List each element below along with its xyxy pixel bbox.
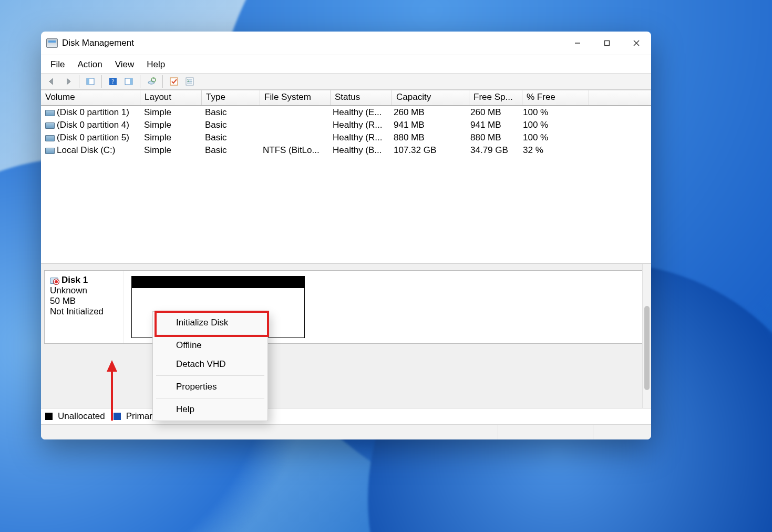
- disk-uninitialized-icon: [50, 277, 58, 284]
- svg-text:?: ?: [111, 78, 114, 85]
- svg-rect-9: [130, 78, 132, 85]
- window-title: Disk Management: [62, 38, 563, 48]
- cell-volume-text: (Disk 0 partition 4): [57, 120, 129, 130]
- cell-free: 880 MB: [466, 132, 519, 143]
- cell-volume-text: (Disk 0 partition 5): [57, 132, 129, 142]
- ctx-offline[interactable]: Offline: [153, 336, 267, 355]
- col-status[interactable]: Status: [331, 90, 392, 105]
- volume-icon: [45, 148, 55, 154]
- cell-free: 941 MB: [466, 120, 519, 130]
- disk1-state: Not Initialized: [50, 306, 118, 317]
- cell-pct: 100 %: [519, 120, 585, 130]
- cell-type: Basic: [201, 107, 259, 118]
- disk-graphical-panel: Disk 1 Unknown 50 MB Not Initialized: [41, 264, 651, 408]
- table-row[interactable]: (Disk 0 partition 5)SimpleBasicHealthy (…: [41, 131, 651, 144]
- cell-capacity: 941 MB: [389, 120, 466, 130]
- disk1-kind: Unknown: [50, 285, 118, 296]
- cell-layout: Simple: [140, 132, 201, 143]
- status-cell-1: [41, 425, 498, 439]
- svg-point-10: [148, 81, 155, 84]
- col-layout[interactable]: Layout: [140, 90, 202, 105]
- cell-layout: Simple: [140, 107, 201, 118]
- col-pctfree[interactable]: % Free: [522, 90, 589, 105]
- nav-back-button[interactable]: [45, 75, 59, 88]
- table-row[interactable]: Local Disk (C:)SimpleBasicNTFS (BitLo...…: [41, 144, 651, 157]
- maximize-button[interactable]: [592, 32, 622, 55]
- col-capacity[interactable]: Capacity: [392, 90, 469, 105]
- apply-check-button[interactable]: [167, 75, 181, 88]
- menubar: File Action View Help: [41, 55, 651, 73]
- svg-rect-12: [170, 78, 178, 85]
- menu-action[interactable]: Action: [71, 57, 108, 72]
- svg-rect-5: [87, 78, 89, 85]
- cell-status: Healthy (R...: [328, 120, 389, 130]
- col-filesystem[interactable]: File System: [260, 90, 331, 105]
- cell-volume: Local Disk (C:): [41, 145, 140, 156]
- cell-volume-text: (Disk 0 partition 1): [57, 107, 129, 117]
- list-settings-button[interactable]: [182, 75, 197, 88]
- cell-status: Healthy (B...: [328, 145, 389, 156]
- cell-status: Healthy (R...: [328, 132, 389, 143]
- disk1-info[interactable]: Disk 1 Unknown 50 MB Not Initialized: [45, 271, 124, 343]
- cell-free: 34.79 GB: [466, 145, 519, 156]
- cell-pct: 100 %: [519, 132, 585, 143]
- disk-row-disk1[interactable]: Disk 1 Unknown 50 MB Not Initialized: [44, 270, 643, 344]
- cell-type: Basic: [201, 145, 259, 156]
- disk1-name: Disk 1: [61, 275, 88, 285]
- cell-pct: 100 %: [519, 107, 585, 118]
- help-button[interactable]: ?: [106, 75, 120, 88]
- disk1-size: 50 MB: [50, 296, 118, 306]
- cell-layout: Simple: [140, 145, 201, 156]
- volume-icon: [45, 135, 55, 141]
- table-row[interactable]: (Disk 0 partition 1)SimpleBasicHealthy (…: [41, 106, 651, 119]
- cell-volume: (Disk 0 partition 1): [41, 107, 140, 118]
- svg-rect-1: [605, 41, 610, 46]
- volume-icon: [45, 110, 55, 116]
- cell-capacity: 260 MB: [389, 107, 466, 118]
- disk-management-window: Disk Management File Action View Help: [41, 32, 651, 439]
- show-hide-console-tree-button[interactable]: [83, 75, 98, 88]
- ctx-initialize-disk[interactable]: Initialize Disk: [153, 313, 267, 332]
- cell-volume-text: Local Disk (C:): [57, 145, 115, 155]
- cell-capacity: 880 MB: [389, 132, 466, 143]
- legend-label-unallocated: Unallocated: [58, 411, 105, 422]
- status-bar: [41, 424, 651, 439]
- toolbar: ?: [41, 73, 651, 90]
- col-freespace[interactable]: Free Sp...: [469, 90, 522, 105]
- disk-panel-scrollbar[interactable]: [642, 264, 651, 408]
- nav-forward-button[interactable]: [60, 75, 75, 88]
- menu-help[interactable]: Help: [140, 57, 171, 72]
- menu-view[interactable]: View: [109, 57, 141, 72]
- legend-bar: Unallocated Primary partition: [41, 408, 651, 424]
- cell-volume: (Disk 0 partition 5): [41, 132, 140, 143]
- ctx-detach-vhd[interactable]: Detach VHD: [153, 355, 267, 374]
- cell-volume: (Disk 0 partition 4): [41, 120, 140, 130]
- status-cell-2: [498, 425, 593, 439]
- scrollbar-thumb[interactable]: [644, 306, 650, 390]
- minimize-button[interactable]: [563, 32, 592, 55]
- menu-file[interactable]: File: [44, 57, 71, 72]
- volume-table-header: Volume Layout Type File System Status Ca…: [41, 90, 651, 106]
- status-cell-3: [593, 425, 651, 439]
- cell-status: Healthy (E...: [328, 107, 389, 118]
- refresh-disk-button[interactable]: [144, 75, 159, 88]
- legend-swatch-unallocated: [45, 413, 53, 420]
- close-button[interactable]: [622, 32, 651, 55]
- disk-context-menu: Initialize Disk Offline Detach VHD Prope…: [152, 311, 268, 421]
- unallocated-stripe: [132, 277, 304, 288]
- table-row[interactable]: (Disk 0 partition 4)SimpleBasicHealthy (…: [41, 119, 651, 131]
- cell-type: Basic: [201, 132, 259, 143]
- volume-table: Volume Layout Type File System Status Ca…: [41, 90, 651, 264]
- ctx-help[interactable]: Help: [153, 400, 267, 419]
- cell-pct: 32 %: [519, 145, 585, 156]
- show-hide-action-pane-button[interactable]: [121, 75, 136, 88]
- cell-free: 260 MB: [466, 107, 519, 118]
- cell-capacity: 107.32 GB: [389, 145, 466, 156]
- col-volume[interactable]: Volume: [41, 90, 140, 105]
- col-type[interactable]: Type: [202, 90, 260, 105]
- cell-fs: NTFS (BitLo...: [259, 145, 328, 156]
- cell-type: Basic: [201, 120, 259, 130]
- ctx-properties[interactable]: Properties: [153, 377, 267, 396]
- legend-swatch-primary: [114, 413, 121, 420]
- titlebar[interactable]: Disk Management: [41, 32, 651, 55]
